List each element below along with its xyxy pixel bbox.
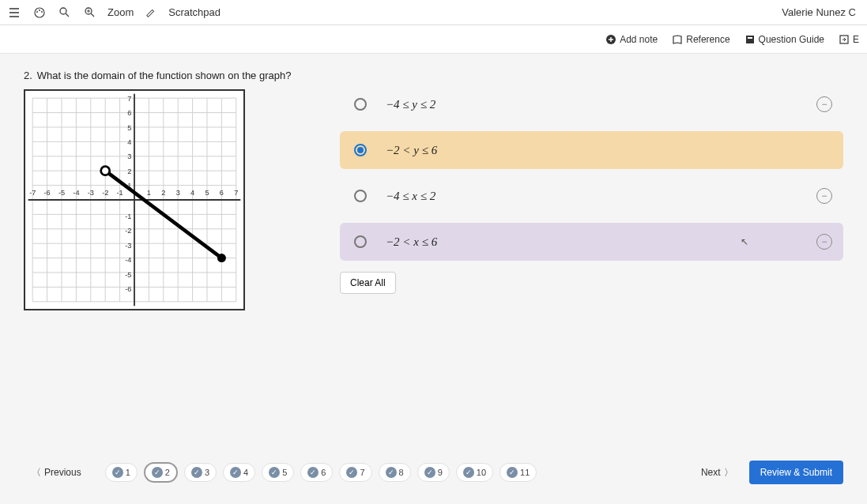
next-button[interactable]: Next 〉 bbox=[693, 461, 741, 484]
svg-rect-0 bbox=[9, 8, 19, 9]
answer-text: −4 ≤ x ≤ 2 bbox=[386, 190, 435, 203]
svg-point-3 bbox=[35, 8, 44, 17]
qnav-item-3[interactable]: ✓3 bbox=[184, 463, 217, 482]
radio-icon bbox=[354, 98, 367, 111]
chevron-left-icon: 〈 bbox=[32, 466, 41, 480]
svg-text:-6: -6 bbox=[44, 189, 51, 197]
answer-option-d[interactable]: −2 < x ≤ 6 ↖ − bbox=[340, 223, 843, 261]
palette-icon[interactable] bbox=[32, 5, 47, 21]
zoom-out-icon[interactable] bbox=[57, 5, 73, 21]
sub-toolbar: Add note Reference Question Guide E bbox=[0, 25, 867, 54]
closed-endpoint bbox=[217, 254, 226, 262]
check-icon: ✓ bbox=[307, 467, 319, 478]
answer-option-c[interactable]: −4 ≤ x ≤ 2 − bbox=[340, 177, 843, 215]
svg-text:1: 1 bbox=[147, 189, 151, 197]
answer-option-a[interactable]: −4 ≤ y ≤ 2 − bbox=[340, 85, 843, 123]
content-area: 2.What is the domain of the function sho… bbox=[0, 54, 867, 310]
next-label: Next bbox=[701, 467, 721, 478]
qnav-item-8[interactable]: ✓8 bbox=[379, 463, 411, 482]
check-icon: ✓ bbox=[424, 467, 435, 478]
answer-text: −2 < y ≤ 6 bbox=[386, 144, 437, 157]
svg-point-6 bbox=[41, 11, 43, 13]
svg-text:2: 2 bbox=[161, 189, 165, 197]
graph-svg: -7-6-5-4-3-2-11234567 1234567 -1-2-3-4-5… bbox=[25, 91, 243, 309]
expand-icon bbox=[839, 34, 850, 45]
svg-text:-7: -7 bbox=[29, 189, 36, 197]
svg-text:-4: -4 bbox=[125, 256, 131, 264]
clear-all-button[interactable]: Clear All bbox=[340, 272, 396, 294]
qnav-item-2[interactable]: ✓2 bbox=[144, 462, 178, 483]
svg-text:-2: -2 bbox=[125, 227, 131, 235]
qnav-item-7[interactable]: ✓7 bbox=[339, 463, 371, 482]
reference-button[interactable]: Reference bbox=[672, 34, 729, 45]
scratchpad-label[interactable]: Scratchpad bbox=[168, 6, 221, 18]
user-name: Valerie Nunez C bbox=[782, 6, 861, 18]
svg-text:-1: -1 bbox=[117, 189, 123, 197]
eliminate-icon[interactable]: − bbox=[816, 188, 832, 204]
check-icon: ✓ bbox=[269, 467, 280, 478]
svg-text:-3: -3 bbox=[88, 189, 94, 197]
plus-circle-icon bbox=[605, 34, 616, 45]
svg-text:5: 5 bbox=[205, 189, 209, 197]
add-note-button[interactable]: Add note bbox=[605, 34, 658, 45]
menu-icon[interactable] bbox=[6, 5, 22, 21]
svg-text:-4: -4 bbox=[73, 189, 79, 197]
add-note-label: Add note bbox=[620, 34, 658, 45]
svg-line-10 bbox=[91, 13, 94, 17]
svg-text:-1: -1 bbox=[125, 213, 131, 220]
question-guide-button[interactable]: Question Guide bbox=[744, 34, 824, 45]
zoom-in-icon[interactable] bbox=[82, 5, 98, 21]
check-icon: ✓ bbox=[112, 467, 123, 478]
scratchpad-icon[interactable] bbox=[143, 5, 159, 21]
reference-label: Reference bbox=[686, 34, 729, 45]
previous-button[interactable]: 〈 Previous bbox=[24, 461, 89, 484]
cursor-icon: ↖ bbox=[741, 236, 748, 247]
qnav-item-4[interactable]: ✓4 bbox=[223, 463, 255, 482]
top-toolbar: Zoom Scratchpad Valerie Nunez C bbox=[0, 0, 867, 25]
svg-text:-5: -5 bbox=[58, 189, 65, 197]
guide-icon bbox=[744, 34, 756, 45]
svg-text:7: 7 bbox=[127, 95, 131, 103]
answer-text: −2 < x ≤ 6 bbox=[386, 235, 437, 249]
question-prompt: What is the domain of the function shown… bbox=[37, 70, 292, 81]
svg-text:4: 4 bbox=[190, 189, 194, 197]
svg-text:3: 3 bbox=[176, 189, 180, 197]
check-icon: ✓ bbox=[507, 467, 518, 478]
eliminate-icon[interactable]: − bbox=[816, 96, 832, 112]
qnav-item-9[interactable]: ✓9 bbox=[417, 463, 450, 482]
check-icon: ✓ bbox=[191, 467, 202, 478]
svg-rect-1 bbox=[9, 12, 19, 13]
check-icon: ✓ bbox=[152, 467, 163, 478]
question-nav: ✓1 ✓2 ✓3 ✓4 ✓5 ✓6 ✓7 ✓8 ✓9 ✓10 ✓11 bbox=[105, 462, 537, 483]
qnav-item-11[interactable]: ✓11 bbox=[499, 463, 537, 482]
svg-text:7: 7 bbox=[234, 189, 238, 197]
qnav-item-5[interactable]: ✓5 bbox=[262, 463, 294, 482]
svg-text:6: 6 bbox=[220, 189, 224, 197]
eliminate-icon[interactable]: − bbox=[816, 234, 832, 250]
svg-rect-16 bbox=[746, 36, 754, 43]
previous-label: Previous bbox=[44, 467, 81, 478]
answer-option-b[interactable]: −2 < y ≤ 6 bbox=[340, 131, 843, 169]
qnav-item-6[interactable]: ✓6 bbox=[300, 463, 333, 482]
zoom-label[interactable]: Zoom bbox=[107, 6, 134, 18]
qnav-item-1[interactable]: ✓1 bbox=[105, 463, 138, 482]
svg-text:-6: -6 bbox=[125, 285, 131, 293]
svg-text:-5: -5 bbox=[125, 271, 131, 279]
question-number: 2. bbox=[24, 70, 32, 81]
svg-text:6: 6 bbox=[127, 109, 131, 117]
svg-text:4: 4 bbox=[127, 138, 131, 146]
answers-column: −4 ≤ y ≤ 2 − −2 < y ≤ 6 −4 ≤ x ≤ 2 − −2 … bbox=[340, 70, 843, 310]
expand-label: E bbox=[853, 34, 859, 45]
radio-icon bbox=[354, 235, 367, 248]
check-icon: ✓ bbox=[463, 467, 474, 478]
check-icon: ✓ bbox=[346, 467, 357, 478]
review-submit-button[interactable]: Review & Submit bbox=[749, 461, 843, 484]
open-endpoint bbox=[101, 167, 110, 175]
answer-text: −4 ≤ y ≤ 2 bbox=[386, 98, 435, 111]
question-text: 2.What is the domain of the function sho… bbox=[24, 70, 308, 81]
svg-text:5: 5 bbox=[127, 124, 131, 132]
svg-rect-2 bbox=[9, 16, 19, 17]
qnav-item-10[interactable]: ✓10 bbox=[456, 463, 493, 482]
expand-button[interactable]: E bbox=[839, 34, 859, 45]
svg-text:2: 2 bbox=[127, 167, 131, 175]
